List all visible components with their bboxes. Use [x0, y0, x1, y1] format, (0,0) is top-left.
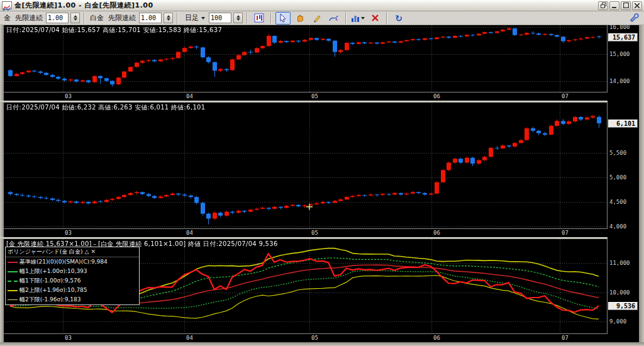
x-axis-label: 07 [562, 335, 569, 341]
gold-x-axis: 0304050607 [4, 92, 608, 101]
delete-drawing-button[interactable] [367, 12, 382, 25]
chart-area: 日付:2025/07/04 始値:15,657 高値:15,701 安値:15,… [0, 25, 644, 346]
platinum-symbol-label: 白金 [89, 13, 105, 23]
pencil-icon [313, 13, 322, 23]
toolbar-separator [386, 13, 387, 24]
gold-ratio-input[interactable] [46, 13, 69, 23]
y-axis-label: 5,000 [609, 174, 626, 181]
chart-type-button[interactable] [350, 12, 365, 25]
pencil-tool-button[interactable] [309, 12, 325, 25]
x-axis-label: 04 [186, 335, 193, 341]
period-dropdown[interactable]: 日足 [182, 13, 207, 24]
frame-right [639, 25, 644, 346]
last-price-badge: 6,101 [608, 120, 638, 128]
y-axis-label: 16,000 [609, 24, 630, 30]
chevron-down-icon [361, 17, 365, 20]
draw-curve-tool-button[interactable] [326, 12, 341, 25]
x-axis-label: 03 [65, 230, 72, 236]
float-window-button[interactable] [598, 1, 608, 10]
bar-count-spinner[interactable] [233, 13, 243, 23]
frame-bottom [0, 342, 644, 346]
legend-close-button[interactable]: ✕ [91, 249, 96, 255]
chart-app-icon [2, 1, 12, 9]
refresh-button[interactable]: ↻ [391, 12, 406, 25]
maximize-button[interactable] [621, 1, 631, 10]
app-window: 金[先限連続]1.00 - 白金[先限連続]1.00 金 先限連続 白金 先限連… [0, 0, 644, 346]
pen-curve-icon [329, 13, 339, 23]
band2-lower-swatch [8, 299, 18, 300]
hand-icon [296, 13, 305, 23]
x-axis-label: 04 [186, 230, 193, 236]
band1-upper-swatch [8, 271, 18, 272]
minimize-button[interactable] [609, 1, 619, 10]
legend-row-band1-lower: 幅1下限(-1.00σ):9,576 [6, 276, 139, 286]
select-tool-button[interactable] [275, 12, 291, 25]
y-axis-label: 4,000 [609, 223, 626, 230]
sma-line-swatch [8, 262, 18, 263]
y-axis-label: 10,000 [609, 289, 630, 296]
gold-info-line: 日付:2025/07/04 始値:15,657 高値:15,701 安値:15,… [6, 26, 222, 35]
bollinger-legend: ボリンジャーバンド(金 白金) △ ✕ 基準線(21)(0)(0)(SMA)(C… [5, 247, 140, 305]
delete-x-icon [371, 14, 379, 22]
gold-candle-canvas[interactable] [4, 25, 608, 92]
y-axis-label: 5,500 [609, 150, 626, 156]
chevron-down-icon [201, 17, 205, 20]
platinum-info-line: 日付:2025/07/04 始値:6,232 高値:6,263 安値:6,011… [6, 103, 205, 112]
platinum-contract-label: 先限連続 [107, 13, 137, 23]
spread-x-axis: 0304050607 [4, 333, 608, 342]
last-price-badge: 15,637 [608, 33, 638, 42]
legend-collapse-button[interactable]: △ [85, 249, 89, 255]
gold-symbol-label: 金 [3, 13, 12, 23]
x-axis-label: 07 [562, 93, 569, 99]
x-axis-label: 04 [186, 93, 193, 99]
toolbar-separator [177, 13, 178, 24]
price-axis-column: 16,00015,00014,00015,6375,5005,0004,5004… [608, 25, 639, 342]
platinum-candle-canvas[interactable] [4, 103, 608, 228]
refresh-icon: ↻ [395, 14, 402, 23]
x-axis-label: 07 [562, 230, 569, 236]
x-axis-label: 03 [65, 335, 72, 341]
chart-settings-button[interactable] [252, 12, 267, 25]
y-axis-label: 9,000 [609, 318, 626, 325]
toolbar: 金 先限連続 白金 先限連続 日足 [0, 11, 644, 25]
x-axis-label: 05 [311, 335, 318, 341]
platinum-x-axis: 0304050607 [4, 228, 608, 237]
legend-row-sma: 基準線(21)(0)(0)(SMA)(C):9,984 [6, 257, 139, 267]
platinum-ratio-spinner[interactable] [164, 13, 173, 23]
platinum-ratio-input[interactable] [139, 13, 162, 23]
band2-upper-swatch [8, 290, 18, 291]
y-axis-label: 11,000 [609, 260, 630, 266]
bollinger-legend-header: ボリンジャーバンド(金 白金) △ ✕ [6, 247, 139, 257]
x-axis-label: 06 [433, 230, 440, 236]
x-axis-label: 05 [311, 230, 318, 236]
toolbar-separator [270, 13, 272, 24]
wrench-icon [630, 13, 639, 23]
y-axis-label: 4,500 [609, 199, 626, 205]
legend-row-band2-upper: 幅2上限(+1.96σ):10,785 [6, 286, 139, 295]
band1-lower-swatch [8, 281, 18, 282]
y-axis-label: 15,000 [609, 51, 630, 57]
settings-wrench-button[interactable] [626, 12, 641, 25]
bar-count-input[interactable] [209, 13, 231, 23]
hand-tool-button[interactable] [292, 12, 308, 25]
gold-chart-pane[interactable]: 日付:2025/07/04 始値:15,657 高値:15,701 安値:15,… [4, 25, 608, 92]
gold-ratio-spinner[interactable] [70, 13, 80, 23]
chart-settings-icon [254, 13, 265, 23]
y-axis-label: 14,000 [609, 78, 630, 84]
spread-chart-pane[interactable]: [金 先限連続 15,637×1.00]－[白金 先限連続 6,101×1.00… [4, 239, 608, 333]
gold-contract-label: 先限連続 [14, 13, 44, 23]
toolbar-separator [345, 13, 347, 24]
platinum-chart-pane[interactable]: 日付:2025/07/04 始値:6,232 高値:6,263 安値:6,011… [4, 103, 608, 228]
legend-row-band1-upper: 幅1上限(+1.00σ):10,393 [6, 267, 139, 276]
last-price-badge: 9,536 [608, 302, 638, 310]
titlebar[interactable]: 金[先限連続]1.00 - 白金[先限連続]1.00 [0, 0, 644, 11]
x-axis-label: 06 [433, 335, 440, 341]
legend-row-band2-lower: 幅2下限(-1.96σ):9,183 [6, 295, 139, 304]
cursor-icon [279, 13, 287, 23]
x-axis-label: 05 [311, 93, 318, 99]
bollinger-legend-title: ボリンジャーバンド(金 白金) [8, 248, 83, 256]
x-axis-label: 03 [65, 93, 72, 99]
close-button[interactable] [632, 1, 642, 10]
bar-chart-icon [351, 14, 360, 23]
x-axis-label: 06 [433, 93, 440, 99]
